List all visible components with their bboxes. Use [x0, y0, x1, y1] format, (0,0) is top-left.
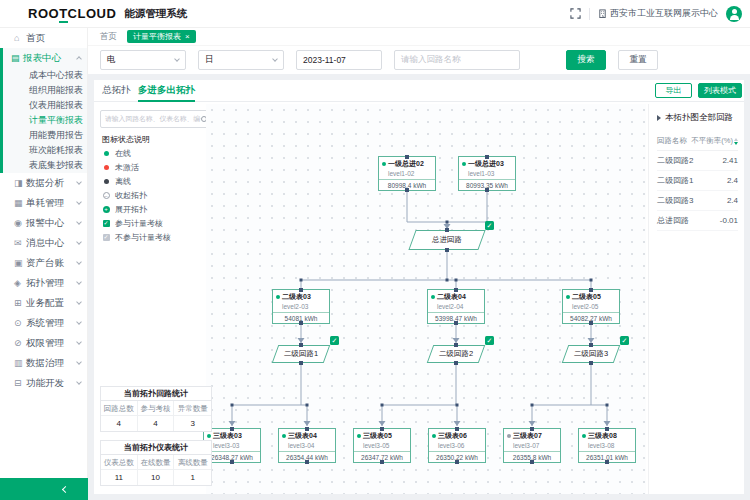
period-value: 日 — [205, 54, 214, 66]
period-select[interactable]: 日 — [198, 50, 284, 70]
sidebar-subitem[interactable]: 计量平衡报表 — [3, 113, 87, 128]
sidebar-subitem[interactable]: 表底集抄报表 — [3, 158, 87, 173]
sidebar-item-topology[interactable]: ◈拓扑管理 — [3, 273, 87, 293]
meter-energy-value: 80998.4 kWh — [379, 179, 435, 190]
circuit-node[interactable]: 总进回路✓ — [412, 230, 482, 250]
circuit-list-panel: 本拓扑图全部回路 回路名称 不平衡率(%) 二级回路22.41二级回路12.4二… — [648, 104, 744, 494]
stat-value: 10 — [138, 470, 175, 485]
building-icon — [598, 9, 607, 18]
list-mode-button[interactable]: 列表模式 — [698, 83, 742, 98]
circuit-node[interactable]: 二级回路3✓ — [565, 345, 617, 363]
meter-node[interactable]: 三级表07level3-0726355.8 kWh — [503, 428, 561, 463]
sidebar-subitem[interactable]: 用能费用报告 — [3, 128, 87, 143]
circuit-row-name: 二级回路2 — [657, 155, 693, 166]
chevron-down-icon — [76, 299, 82, 305]
column-imbalance-rate[interactable]: 不平衡率(%) — [691, 136, 738, 146]
sidebar-subitem[interactable]: 班次能耗报表 — [3, 143, 87, 158]
tab-label: 计量平衡报表 — [133, 30, 181, 43]
meter-node[interactable]: 三级表04level3-0426354.44 kWh — [278, 428, 336, 463]
meter-node[interactable]: 一级总进02level1-0280998.4 kWh — [378, 156, 436, 191]
close-icon[interactable]: × — [185, 30, 190, 43]
sidebar-subitem[interactable]: 仪表用能报表 — [3, 98, 87, 113]
meter-name: 一级总进02 — [379, 157, 435, 169]
filter-bar: 电 日 2023-11-07 请输入回路名称 搜索 重置 — [88, 46, 750, 74]
circuit-node[interactable]: 二级回路2✓ — [430, 345, 482, 363]
system-icon: ⊙ — [14, 318, 26, 328]
sort-icon[interactable] — [734, 138, 738, 145]
export-button[interactable]: 导出 — [655, 83, 692, 98]
sidebar-item-data-governance[interactable]: ▥数据治理 — [3, 353, 87, 373]
circuit-name-input[interactable]: 请输入回路名称 — [394, 50, 520, 70]
search-button[interactable]: 搜索 — [566, 50, 606, 70]
meter-node[interactable]: 三级表06level3-0626350.22 kWh — [428, 428, 486, 463]
meter-node[interactable]: 二级表05level2-0554082.27 kWh — [562, 289, 620, 324]
report-icon: ▤ — [11, 53, 23, 63]
sidebar-subitem[interactable]: 成本中心报表 — [3, 68, 87, 83]
sidebar-item-label: 消息中心 — [26, 237, 64, 250]
meter-node[interactable]: 二级表04level2-0453998.47 kWh — [427, 289, 485, 324]
meter-status-dot — [432, 434, 436, 438]
chevron-down-icon — [76, 359, 82, 365]
fullscreen-icon[interactable] — [570, 8, 581, 19]
stat-header: 异常数量 — [174, 401, 211, 416]
legend-collapse-icon: − — [102, 192, 110, 199]
assessment-badge-icon: ✓ — [485, 336, 494, 345]
chevron-down-icon — [76, 199, 82, 205]
topology-icon: ◈ — [14, 278, 26, 288]
meter-name: 三级表03 — [204, 429, 260, 441]
organization-selector[interactable]: 西安市工业互联网展示中心 — [598, 7, 718, 20]
legend-label: 展开拓扑 — [115, 204, 147, 215]
circuit-row[interactable]: 总进回路-0.01 — [657, 211, 738, 231]
meter-status-dot — [207, 434, 211, 438]
date-picker[interactable]: 2023-11-07 — [296, 50, 382, 70]
meter-node[interactable]: 二级表03level2-0354081 kWh — [272, 289, 330, 324]
chevron-down-icon — [272, 56, 278, 62]
sidebar-item-permission[interactable]: ⊘权限管理 — [3, 333, 87, 353]
sidebar-item-report[interactable]: ▤报表中心 — [3, 48, 87, 68]
circuit-node[interactable]: 二级回路1✓ — [275, 345, 327, 363]
sidebar-item-asset[interactable]: ▣资产台账 — [3, 253, 87, 273]
chevron-down-icon — [76, 179, 82, 185]
circuit-name: 总进回路 — [412, 230, 482, 250]
sidebar-collapse-button[interactable] — [0, 478, 88, 500]
meter-status-dot — [276, 295, 280, 299]
sidebar-item-business[interactable]: ⊞业务配置 — [3, 293, 87, 313]
circuit-row[interactable]: 二级回路22.41 — [657, 151, 738, 171]
user-avatar[interactable] — [726, 6, 742, 22]
panel-collapse-icon[interactable] — [657, 115, 661, 121]
permission-icon: ⊘ — [14, 338, 26, 348]
meter-node[interactable]: 三级表08level3-0826351.01 kWh — [578, 428, 636, 463]
stat-value: 11 — [101, 470, 138, 485]
tab-multi-in-out-topology[interactable]: 多进多出拓扑 — [138, 84, 195, 97]
meter-energy-value: 53998.47 kWh — [428, 312, 484, 323]
sidebar-item-dev[interactable]: ⊟功能开发 — [3, 373, 87, 393]
reset-button[interactable]: 重置 — [618, 50, 658, 70]
breadcrumb-home[interactable]: 首页 — [100, 31, 117, 43]
sidebar-item-system[interactable]: ⊙系统管理 — [3, 313, 87, 333]
sidebar-subitem[interactable]: 组织用能报表 — [3, 83, 87, 98]
meter-status-dot — [382, 162, 386, 166]
sidebar-item-message[interactable]: ✉消息中心 — [3, 233, 87, 253]
tab-metering-balance-report[interactable]: 计量平衡报表 × — [127, 30, 196, 43]
meter-node[interactable]: 一级总进03level1-0380993.35 kWh — [458, 156, 516, 191]
sidebar-item-alarm[interactable]: ◉报警中心 — [3, 213, 87, 233]
sidebar-item-label: 资产台账 — [26, 257, 64, 270]
meter-name: 三级表05 — [354, 429, 410, 441]
sidebar-item-analysis[interactable]: ◨数据分析 — [3, 173, 87, 193]
meter-stats-grid: 仪表总数在线数量离线数量11101 — [101, 455, 211, 485]
dev-icon: ⊟ — [14, 378, 26, 388]
meter-name: 三级表04 — [279, 429, 335, 441]
topology-search-input[interactable]: 请输入回路名称、仪表名称、编号 — [100, 110, 212, 128]
sidebar-item-consumption[interactable]: ▦单耗管理 — [3, 193, 87, 213]
meter-node[interactable]: 三级表05level3-0526347.72 kWh — [353, 428, 411, 463]
tab-total-topology[interactable]: 总拓扑 — [102, 84, 131, 97]
connection-handle — [445, 248, 449, 252]
panel-table-header: 回路名称 不平衡率(%) — [657, 136, 738, 151]
energy-type-select[interactable]: 电 — [100, 50, 186, 70]
chevron-down-icon — [76, 339, 82, 345]
sidebar-item-home[interactable]: ⌂首页 — [3, 28, 87, 48]
circuit-row[interactable]: 二级回路12.4 — [657, 171, 738, 191]
meter-code: level3-07 — [504, 441, 560, 451]
meter-code: level1-02 — [379, 169, 435, 179]
circuit-row[interactable]: 二级回路32.4 — [657, 191, 738, 211]
